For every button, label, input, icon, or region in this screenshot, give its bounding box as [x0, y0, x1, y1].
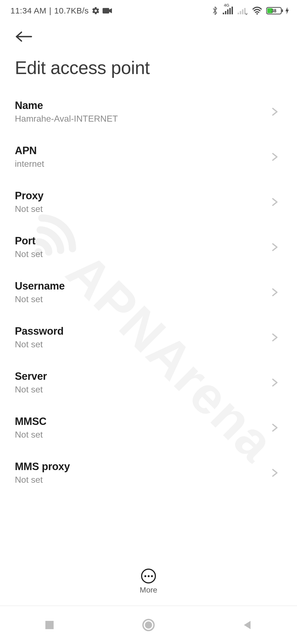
row-title: APN	[15, 145, 44, 157]
camera-icon	[103, 7, 112, 14]
chevron-right-icon	[270, 332, 279, 342]
chevron-right-icon	[270, 197, 279, 207]
svg-rect-9	[242, 9, 243, 14]
gear-icon	[92, 7, 100, 15]
square-icon	[44, 620, 55, 630]
row-value: Not set	[15, 339, 64, 350]
row-server[interactable]: Server Not set	[15, 360, 282, 405]
circle-icon	[142, 618, 155, 632]
chevron-right-icon	[270, 152, 279, 162]
settings-list: Name Hamrahe-Aval-INTERNET APN internet …	[0, 78, 297, 495]
svg-rect-4	[227, 9, 229, 14]
row-mms-proxy[interactable]: MMS proxy Not set	[15, 450, 282, 495]
bluetooth-icon	[212, 6, 218, 15]
signal-sim2-icon	[237, 7, 248, 15]
svg-point-11	[256, 13, 258, 15]
svg-rect-3	[225, 11, 226, 14]
svg-rect-2	[223, 13, 224, 14]
svg-point-18	[145, 621, 152, 629]
page-title: Edit access point	[14, 46, 286, 78]
list-fade	[0, 531, 297, 564]
chevron-right-icon	[270, 107, 279, 117]
row-title: Server	[15, 370, 47, 382]
row-title: Proxy	[15, 190, 43, 202]
row-port[interactable]: Port Not set	[15, 225, 282, 270]
battery-icon: 38	[266, 7, 289, 15]
row-title: Username	[15, 280, 65, 292]
row-value: Not set	[15, 475, 70, 485]
status-time: 11:34 AM	[10, 6, 46, 15]
row-title: MMS proxy	[15, 461, 70, 473]
chevron-right-icon	[270, 378, 279, 388]
triangle-left-icon	[242, 620, 253, 630]
row-value: Not set	[15, 430, 46, 440]
nav-back-button[interactable]	[239, 617, 256, 633]
row-value: Not set	[15, 249, 43, 259]
svg-rect-16	[45, 621, 54, 629]
status-bar: 11:34 AM | 10.7KB/s 4G	[0, 0, 297, 19]
more-dots-icon	[144, 575, 153, 577]
row-proxy[interactable]: Proxy Not set	[15, 179, 282, 225]
row-value: Not set	[15, 384, 47, 395]
svg-text:38: 38	[271, 9, 276, 13]
row-password[interactable]: Password Not set	[15, 315, 282, 360]
back-button[interactable]	[14, 27, 34, 46]
svg-rect-13	[282, 9, 283, 12]
row-apn[interactable]: APN internet	[15, 134, 282, 179]
svg-rect-6	[232, 7, 233, 14]
row-value: Hamrahe-Aval-INTERNET	[15, 114, 118, 124]
more-button[interactable]	[141, 569, 156, 583]
chevron-right-icon	[270, 287, 279, 297]
svg-rect-5	[229, 8, 231, 14]
row-title: Name	[15, 100, 118, 111]
row-title: Port	[15, 235, 43, 247]
status-sep: |	[49, 6, 51, 15]
system-nav-bar	[0, 605, 297, 644]
signal-4g-icon: 4G	[222, 7, 233, 15]
nav-home-button[interactable]	[140, 617, 157, 633]
row-mmsc[interactable]: MMSC Not set	[15, 405, 282, 450]
chevron-right-icon	[270, 423, 279, 433]
wifi-icon	[252, 7, 262, 15]
svg-rect-1	[103, 8, 109, 13]
row-title: MMSC	[15, 416, 46, 427]
status-netspeed: 10.7KB/s	[54, 6, 89, 15]
row-value: Not set	[15, 204, 43, 214]
chevron-right-icon	[270, 468, 279, 478]
svg-rect-7	[238, 13, 239, 14]
chevron-right-icon	[270, 242, 279, 252]
row-value: internet	[15, 159, 44, 169]
arrow-left-icon	[14, 31, 34, 42]
row-value: Not set	[15, 294, 65, 304]
row-username[interactable]: Username Not set	[15, 270, 282, 315]
more-label: More	[140, 586, 157, 594]
row-title: Password	[15, 325, 64, 337]
row-name[interactable]: Name Hamrahe-Aval-INTERNET	[15, 89, 282, 134]
nav-recents-button[interactable]	[41, 617, 58, 633]
svg-rect-8	[240, 11, 241, 14]
